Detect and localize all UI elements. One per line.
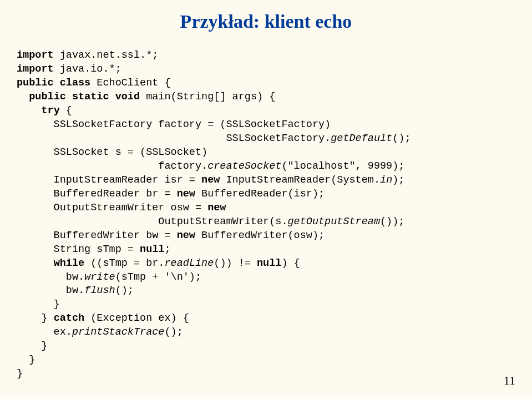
code-text: ex. <box>17 326 72 338</box>
code-text: } <box>17 299 60 310</box>
code-text <box>17 91 29 103</box>
kw-new: new <box>207 202 226 214</box>
kw-catch: catch <box>54 312 85 324</box>
method-call: printStackTrace <box>72 326 165 338</box>
slide: Przykład: klient echo import javax.net.s… <box>0 0 532 399</box>
method-call: createSocket <box>207 160 281 172</box>
code-text: } <box>17 312 54 324</box>
code-text: } <box>17 354 35 366</box>
kw-public-class: public class <box>17 77 90 89</box>
code-text: SSLSocketFactory factory = (SSLSocketFac… <box>17 119 331 130</box>
code-text: InputStreamReader(System. <box>220 174 380 186</box>
method-call: readLine <box>164 257 214 269</box>
code-text: ) { <box>281 257 300 269</box>
code-text: SSLSocket s = (SSLSocket) <box>17 147 207 158</box>
code-text: java.io.*; <box>54 63 121 75</box>
code-text: javax.net.ssl.*; <box>54 49 159 61</box>
code-text: ); <box>392 174 404 186</box>
code-text: InputStreamReader isr = <box>17 174 201 186</box>
code-text: ()); <box>380 216 404 228</box>
code-text: (); <box>115 285 134 296</box>
code-text: } <box>17 368 23 380</box>
code-text: ((sTmp = br. <box>84 257 164 269</box>
code-text: ()) != <box>214 257 257 269</box>
kw-new: new <box>177 230 195 241</box>
code-text: SSLSocketFactory. <box>17 133 331 144</box>
kw-while: while <box>54 257 85 269</box>
kw-try: try <box>41 105 59 117</box>
code-text: BufferedWriter(osw); <box>195 230 325 241</box>
code-text: } <box>17 340 48 352</box>
code-text <box>17 105 41 117</box>
code-text: EchoClient { <box>90 77 170 89</box>
code-text: bw. <box>17 271 84 283</box>
method-call: getOutputStream <box>287 216 380 228</box>
code-text: { <box>60 105 72 117</box>
code-text: (sTmp + '\n'); <box>115 271 201 283</box>
code-text: (Exception ex) { <box>84 312 189 324</box>
kw-null: null <box>140 244 164 255</box>
kw-import: import <box>17 63 54 75</box>
slide-title: Przykład: klient echo <box>17 11 515 32</box>
code-text: String sTmp = <box>17 244 140 255</box>
kw-new: new <box>201 174 220 186</box>
code-text: bw. <box>17 285 84 296</box>
code-text: OutputStreamWriter(s. <box>17 216 287 228</box>
code-text: ; <box>164 244 170 255</box>
method-call: flush <box>84 285 115 296</box>
kw-import: import <box>17 49 54 61</box>
page-number: 11 <box>504 373 515 388</box>
method-call: getDefault <box>331 133 392 144</box>
kw-public-static-void: public static void <box>29 91 140 103</box>
code-text: BufferedReader br = <box>17 188 177 200</box>
code-text: ("localhost", 9999); <box>281 160 404 172</box>
code-text: BufferedWriter bw = <box>17 230 177 241</box>
code-text: main(String[] args) { <box>140 91 275 103</box>
code-text: (); <box>164 326 183 338</box>
code-text: (); <box>392 133 411 144</box>
code-text: OutputStreamWriter osw = <box>17 202 207 214</box>
method-call: write <box>84 271 115 283</box>
code-text: factory. <box>17 160 207 172</box>
kw-new: new <box>177 188 195 200</box>
code-text <box>17 257 54 269</box>
field-ref: in <box>380 174 392 186</box>
code-text: BufferedReader(isr); <box>195 188 325 200</box>
code-block: import javax.net.ssl.*; import java.io.*… <box>17 49 515 381</box>
kw-null: null <box>257 257 281 269</box>
